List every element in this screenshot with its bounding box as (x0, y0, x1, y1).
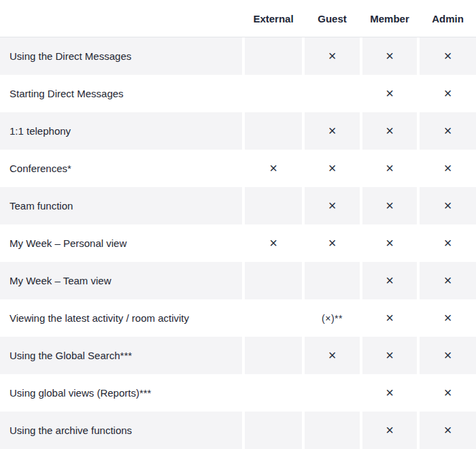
row-label: Using global views (Reports)*** (0, 374, 242, 412)
cell-guest: × (305, 37, 360, 75)
row-label: My Week – Team view (0, 262, 242, 299)
cell-guest (305, 75, 360, 112)
cell-external (245, 37, 302, 75)
cell-guest: (×)** (305, 299, 360, 337)
cell-member: × (362, 412, 417, 449)
cell-external: × (245, 224, 302, 262)
cell-member: × (362, 150, 417, 187)
row-label: Viewing the latest activity / room activ… (0, 299, 242, 337)
table-row: Using global views (Reports)*** × × (0, 374, 476, 412)
table-row: 1:1 telephony × × × (0, 112, 476, 150)
table-row: Viewing the latest activity / room activ… (0, 299, 476, 337)
column-header-member: Member (362, 0, 417, 37)
cell-guest (305, 374, 360, 412)
cell-external (245, 187, 302, 224)
table-header-row: External Guest Member Admin (0, 0, 476, 37)
cell-guest: × (305, 150, 360, 187)
cell-member: × (362, 37, 417, 75)
column-header-guest: Guest (305, 0, 360, 37)
cell-member: × (362, 337, 417, 374)
cell-admin: × (420, 412, 476, 449)
cell-external (245, 299, 302, 337)
row-label: 1:1 telephony (0, 112, 242, 150)
row-label: Team function (0, 187, 242, 224)
row-label: My Week – Personal view (0, 224, 242, 262)
cell-admin: × (420, 224, 476, 262)
table-row: Using the Direct Messages × × × (0, 37, 476, 75)
cell-member: × (362, 262, 417, 299)
table-row: Team function × × × (0, 187, 476, 224)
cell-admin: × (420, 37, 476, 75)
cell-admin: × (420, 337, 476, 374)
cell-member: × (362, 75, 417, 112)
table-row: Conferences* × × × × (0, 150, 476, 187)
cell-admin: × (420, 299, 476, 337)
cell-admin: × (420, 112, 476, 150)
header-spacer (0, 0, 242, 37)
cell-admin: × (420, 187, 476, 224)
cell-member: × (362, 187, 417, 224)
column-header-external: External (245, 0, 302, 37)
cell-guest: × (305, 187, 360, 224)
row-label: Starting Direct Messages (0, 75, 242, 112)
row-label: Using the archive functions (0, 412, 242, 449)
table-row: Starting Direct Messages × × (0, 75, 476, 112)
row-label: Using the Direct Messages (0, 37, 242, 75)
cell-external (245, 412, 302, 449)
cell-admin: × (420, 150, 476, 187)
cell-member: × (362, 299, 417, 337)
cell-member: × (362, 374, 417, 412)
table-row: My Week – Personal view × × × × (0, 224, 476, 262)
row-label: Using the Global Search*** (0, 337, 242, 374)
table-body: Using the Direct Messages × × × Starting… (0, 37, 476, 449)
cell-external (245, 337, 302, 374)
cell-member: × (362, 224, 417, 262)
table-row: Using the archive functions × × (0, 412, 476, 449)
cell-member: × (362, 112, 417, 150)
table-row: My Week – Team view × × (0, 262, 476, 299)
cell-guest: × (305, 224, 360, 262)
cell-guest: × (305, 337, 360, 374)
cell-external (245, 75, 302, 112)
cell-external (245, 262, 302, 299)
row-label: Conferences* (0, 150, 242, 187)
cell-external: × (245, 150, 302, 187)
permissions-table: External Guest Member Admin Using the Di… (0, 0, 476, 449)
table-row: Using the Global Search*** × × × (0, 337, 476, 374)
cell-external (245, 374, 302, 412)
column-header-admin: Admin (420, 0, 476, 37)
cell-admin: × (420, 262, 476, 299)
cell-guest (305, 412, 360, 449)
cell-admin: × (420, 75, 476, 112)
cell-guest (305, 262, 360, 299)
cell-admin: × (420, 374, 476, 412)
cell-external (245, 112, 302, 150)
cell-guest: × (305, 112, 360, 150)
